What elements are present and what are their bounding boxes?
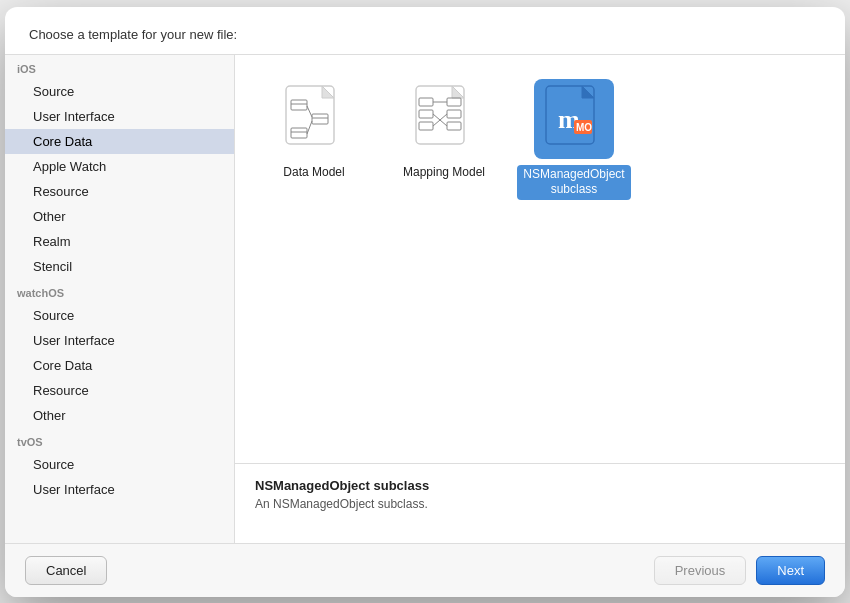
- sidebar-item-ios-ui[interactable]: User Interface: [5, 104, 234, 129]
- template-label-mapping-model: Mapping Model: [403, 165, 485, 181]
- cancel-button[interactable]: Cancel: [25, 556, 107, 585]
- sidebar-item-watch-ui[interactable]: User Interface: [5, 328, 234, 353]
- template-icon-nsmanagedobject: m MO: [534, 79, 614, 159]
- template-icon-mapping-model: [404, 79, 484, 159]
- sidebar-item-ios-stencil[interactable]: Stencil: [5, 254, 234, 279]
- dialog-footer: Cancel Previous Next: [5, 543, 845, 597]
- sidebar-item-ios-applewatch[interactable]: Apple Watch: [5, 154, 234, 179]
- template-item-data-model[interactable]: Data Model: [259, 79, 369, 200]
- sidebar-item-watch-coredata[interactable]: Core Data: [5, 353, 234, 378]
- sidebar-section-watchos: watchOS: [5, 279, 234, 303]
- sidebar-item-ios-resource[interactable]: Resource: [5, 179, 234, 204]
- sidebar-item-watch-other[interactable]: Other: [5, 403, 234, 428]
- dialog-title: Choose a template for your new file:: [5, 7, 845, 55]
- sidebar-item-tv-source[interactable]: Source: [5, 452, 234, 477]
- footer-left: Cancel: [25, 556, 107, 585]
- template-grid: Data Model Mapping Model m MO NSManagedO…: [235, 55, 845, 463]
- template-item-nsmanagedobject[interactable]: m MO NSManagedObject subclass: [519, 79, 629, 200]
- sidebar: iOSSourceUser InterfaceCore DataApple Wa…: [5, 55, 235, 543]
- template-item-mapping-model[interactable]: Mapping Model: [389, 79, 499, 200]
- footer-right: Previous Next: [654, 556, 825, 585]
- svg-text:MO: MO: [576, 122, 592, 133]
- dialog: Choose a template for your new file: iOS…: [5, 7, 845, 597]
- template-label-nsmanagedobject: NSManagedObject subclass: [517, 165, 630, 200]
- sidebar-item-ios-source[interactable]: Source: [5, 79, 234, 104]
- sidebar-section-ios: iOS: [5, 55, 234, 79]
- sidebar-section-tvos: tvOS: [5, 428, 234, 452]
- sidebar-item-ios-other[interactable]: Other: [5, 204, 234, 229]
- sidebar-item-ios-coredata[interactable]: Core Data: [5, 129, 234, 154]
- description-title: NSManagedObject subclass: [255, 478, 825, 493]
- next-button[interactable]: Next: [756, 556, 825, 585]
- description-area: NSManagedObject subclass An NSManagedObj…: [235, 463, 845, 543]
- previous-button[interactable]: Previous: [654, 556, 747, 585]
- description-text: An NSManagedObject subclass.: [255, 497, 825, 511]
- main-content: Data Model Mapping Model m MO NSManagedO…: [235, 55, 845, 543]
- sidebar-item-tv-ui[interactable]: User Interface: [5, 477, 234, 502]
- dialog-title-text: Choose a template for your new file:: [29, 27, 237, 42]
- sidebar-item-watch-resource[interactable]: Resource: [5, 378, 234, 403]
- template-label-data-model: Data Model: [283, 165, 344, 181]
- template-icon-data-model: [274, 79, 354, 159]
- sidebar-item-ios-realm[interactable]: Realm: [5, 229, 234, 254]
- dialog-body: iOSSourceUser InterfaceCore DataApple Wa…: [5, 55, 845, 543]
- sidebar-item-watch-source[interactable]: Source: [5, 303, 234, 328]
